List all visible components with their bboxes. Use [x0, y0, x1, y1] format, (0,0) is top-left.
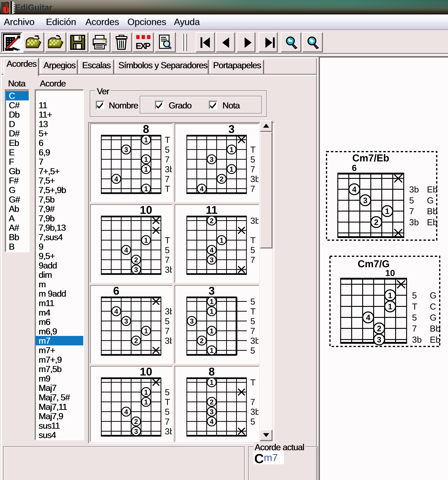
svg-text:3: 3 — [210, 408, 214, 416]
svg-text:5: 5 — [409, 195, 414, 205]
svg-text:5: 5 — [250, 316, 255, 326]
svg-text:1: 1 — [210, 307, 214, 315]
svg-text:T: T — [250, 378, 256, 387]
svg-text:2: 2 — [134, 256, 138, 264]
svg-text:3: 3 — [210, 155, 214, 163]
svg-text:T: T — [250, 145, 256, 155]
svg-text:1: 1 — [388, 291, 392, 300]
svg-text:2: 2 — [210, 217, 214, 225]
svg-text:3: 3 — [209, 286, 215, 297]
svg-text:5: 5 — [250, 417, 255, 426]
svg-text:6: 6 — [113, 286, 119, 297]
svg-text:G: G — [430, 290, 437, 300]
svg-text:11: 11 — [206, 205, 217, 216]
svg-text:1: 1 — [210, 298, 214, 305]
svg-text:1: 1 — [144, 327, 148, 335]
svg-text:7: 7 — [250, 164, 255, 174]
svg-text:Eb: Eb — [427, 184, 437, 194]
svg-text:Bb: Bb — [430, 324, 441, 333]
svg-text:7: 7 — [250, 184, 255, 194]
svg-text:Bb: Bb — [427, 206, 437, 216]
svg-text:T: T — [250, 235, 256, 245]
svg-text:5: 5 — [250, 297, 255, 306]
svg-text:5: 5 — [165, 145, 170, 155]
svg-text:10: 10 — [140, 367, 152, 378]
svg-text:3: 3 — [134, 266, 138, 274]
svg-text:7: 7 — [409, 206, 414, 216]
svg-text:7: 7 — [165, 417, 170, 426]
svg-text:G: G — [430, 313, 437, 322]
svg-text:3b: 3b — [165, 307, 172, 316]
svg-text:4: 4 — [366, 313, 370, 322]
svg-text:2: 2 — [210, 398, 214, 406]
svg-text:2: 2 — [200, 337, 204, 345]
svg-text:Cm7/Eb: Cm7/Eb — [352, 152, 389, 163]
svg-text:4: 4 — [210, 418, 214, 425]
svg-text:7: 7 — [250, 255, 255, 265]
svg-text:10: 10 — [140, 205, 152, 216]
svg-text:1: 1 — [144, 398, 148, 406]
svg-text:1: 1 — [230, 146, 233, 154]
svg-text:7: 7 — [165, 255, 170, 265]
svg-text:8: 8 — [209, 367, 215, 378]
svg-text:2: 2 — [377, 324, 381, 333]
svg-text:2: 2 — [374, 218, 378, 227]
svg-text:3: 3 — [210, 256, 214, 264]
svg-text:3: 3 — [363, 196, 367, 205]
svg-text:Eb: Eb — [430, 335, 441, 345]
svg-text:3: 3 — [124, 146, 128, 154]
svg-text:3b: 3b — [250, 407, 259, 416]
svg-text:2: 2 — [134, 337, 138, 345]
svg-text:C: C — [430, 302, 436, 311]
svg-text:6: 6 — [352, 163, 357, 173]
svg-text:4: 4 — [114, 307, 118, 315]
svg-text:3b: 3b — [165, 164, 172, 174]
svg-text:T: T — [412, 302, 417, 311]
svg-text:10: 10 — [385, 268, 395, 278]
svg-text:4: 4 — [210, 246, 214, 254]
svg-text:T: T — [165, 135, 170, 145]
svg-text:4: 4 — [200, 185, 204, 193]
svg-text:3b: 3b — [165, 427, 172, 436]
svg-text:7: 7 — [250, 397, 255, 407]
svg-text:7: 7 — [250, 326, 255, 336]
svg-text:7: 7 — [165, 155, 170, 164]
svg-text:5: 5 — [165, 407, 170, 416]
svg-text:3: 3 — [377, 335, 381, 344]
svg-text:1: 1 — [144, 155, 148, 163]
svg-text:8: 8 — [143, 124, 149, 135]
svg-text:1: 1 — [220, 236, 224, 244]
svg-text:3b: 3b — [250, 336, 259, 346]
svg-text:4: 4 — [124, 246, 128, 254]
svg-text:5: 5 — [250, 346, 255, 355]
svg-text:3b: 3b — [409, 184, 419, 194]
svg-text:1: 1 — [210, 327, 214, 335]
svg-text:1: 1 — [144, 185, 148, 193]
svg-text:5: 5 — [250, 245, 255, 255]
svg-text:4: 4 — [352, 185, 357, 194]
svg-text:3: 3 — [124, 317, 128, 325]
svg-text:7: 7 — [165, 326, 170, 336]
svg-text:G: G — [427, 195, 434, 205]
svg-text:3: 3 — [190, 317, 194, 325]
svg-text:1: 1 — [385, 207, 389, 216]
svg-text:5: 5 — [412, 290, 417, 300]
svg-text:4: 4 — [114, 175, 118, 183]
svg-text:1: 1 — [230, 165, 233, 173]
svg-text:1: 1 — [144, 236, 148, 244]
svg-text:7: 7 — [165, 174, 170, 184]
svg-text:4: 4 — [124, 408, 128, 416]
svg-text:5: 5 — [412, 313, 417, 322]
svg-text:5: 5 — [165, 387, 170, 397]
svg-text:5: 5 — [165, 316, 170, 326]
svg-text:3b: 3b — [409, 217, 419, 227]
svg-text:1: 1 — [388, 302, 392, 311]
svg-text:5: 5 — [250, 155, 255, 164]
svg-text:3: 3 — [228, 124, 235, 135]
svg-text:T: T — [250, 307, 256, 316]
svg-text:1: 1 — [144, 136, 148, 144]
svg-text:3b: 3b — [165, 265, 172, 275]
svg-text:2: 2 — [134, 418, 138, 425]
svg-text:Cm7/G: Cm7/G — [358, 258, 390, 269]
svg-text:3: 3 — [134, 427, 138, 435]
